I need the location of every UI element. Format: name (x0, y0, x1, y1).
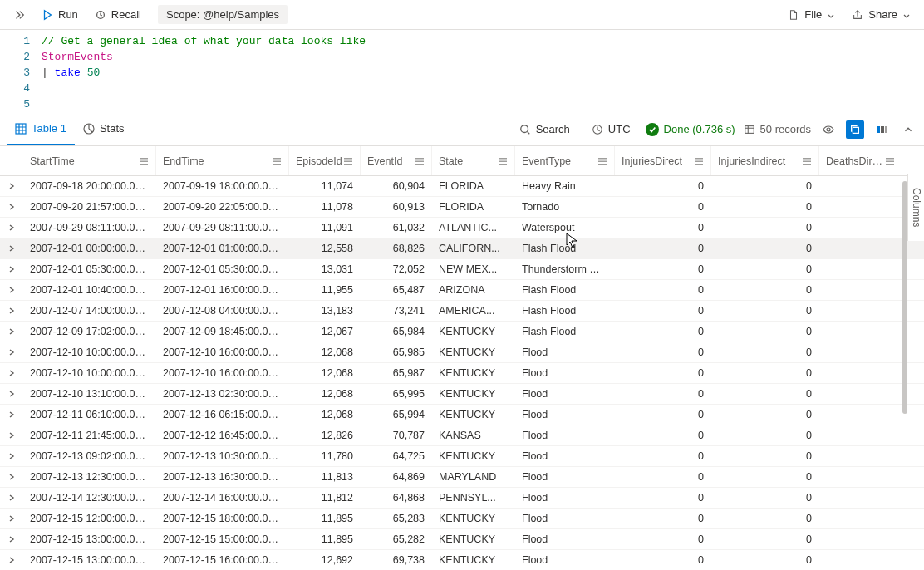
cell[interactable]: 11,812 (289, 492, 361, 504)
cell[interactable]: 2007-12-13 02:30:00.0000 (156, 388, 289, 400)
hide-empty-button[interactable] (819, 120, 838, 139)
cell[interactable]: 0 (711, 388, 819, 400)
cell[interactable]: 11,813 (289, 471, 361, 483)
expand-row-button[interactable] (0, 556, 23, 564)
cell[interactable]: KENTUCKY (432, 326, 515, 337)
column-menu-icon[interactable] (694, 156, 704, 166)
cell[interactable]: 12,692 (289, 554, 361, 566)
column-menu-icon[interactable] (597, 156, 607, 166)
cell[interactable]: 0 (615, 533, 711, 545)
column-header[interactable]: InjuriesIndirect (711, 146, 819, 175)
cell[interactable]: Flood (515, 492, 615, 504)
expand-row-button[interactable] (0, 494, 23, 502)
code-line[interactable] (42, 81, 924, 96)
cell[interactable]: 0 (711, 450, 819, 462)
file-menu[interactable]: File (781, 5, 842, 24)
table-row[interactable]: 2007-12-11 21:45:00.00002007-12-12 16:45… (0, 425, 924, 446)
cell[interactable]: Thunderstorm Wind (515, 263, 615, 275)
cell[interactable]: 2007-12-11 21:45:00.0000 (23, 430, 156, 441)
cell[interactable]: Flood (515, 533, 615, 545)
cell[interactable]: 0 (711, 471, 819, 483)
expand-row-button[interactable] (0, 369, 23, 377)
cell[interactable]: 0 (711, 367, 819, 379)
cell[interactable]: 0 (711, 243, 819, 254)
cell[interactable]: 60,904 (361, 180, 432, 192)
cell[interactable]: 0 (615, 222, 711, 233)
cell[interactable]: KENTUCKY (432, 450, 515, 462)
columns-panel-tab[interactable]: Columns (907, 174, 924, 241)
column-menu-icon[interactable] (139, 156, 149, 166)
cell[interactable]: 13,183 (289, 305, 361, 317)
cell[interactable]: 0 (615, 554, 711, 566)
table-row[interactable]: 2007-12-01 00:00:00.00002007-12-01 01:00… (0, 238, 924, 259)
cell[interactable]: 69,738 (361, 554, 432, 566)
cell[interactable]: 65,282 (361, 533, 432, 545)
cell[interactable]: Flash Flood (515, 326, 615, 337)
cell[interactable]: 2007-12-15 18:00:00.0000 (156, 513, 289, 524)
cell[interactable]: 11,091 (289, 222, 361, 233)
cell[interactable]: 11,955 (289, 284, 361, 296)
table-row[interactable]: 2007-12-13 09:02:00.00002007-12-13 10:30… (0, 446, 924, 467)
cell[interactable]: 0 (711, 222, 819, 233)
cell[interactable]: 2007-12-01 05:30:00.0000 (156, 263, 289, 275)
cell[interactable]: 64,725 (361, 450, 432, 462)
table-row[interactable]: 2007-12-10 10:00:00.00002007-12-10 16:00… (0, 363, 924, 384)
cell[interactable]: 65,994 (361, 409, 432, 420)
column-menu-icon[interactable] (343, 156, 353, 166)
cell[interactable]: 0 (615, 367, 711, 379)
cell[interactable]: KENTUCKY (432, 409, 515, 420)
cell[interactable]: 65,283 (361, 513, 432, 524)
cell[interactable]: 0 (711, 201, 819, 213)
cell[interactable]: 2007-09-20 22:05:00.0000 (156, 201, 289, 213)
table-row[interactable]: 2007-12-10 13:10:00.00002007-12-13 02:30… (0, 384, 924, 405)
table-row[interactable]: 2007-12-15 12:00:00.00002007-12-15 18:00… (0, 509, 924, 529)
cell[interactable]: 0 (711, 533, 819, 545)
cell[interactable]: Flood (515, 513, 615, 524)
cell[interactable]: 2007-09-20 21:57:00.0000 (23, 201, 156, 213)
cell[interactable]: KENTUCKY (432, 554, 515, 566)
cell[interactable]: 13,031 (289, 263, 361, 275)
cell[interactable]: 12,068 (289, 388, 361, 400)
cell[interactable]: Flood (515, 430, 615, 441)
code-line[interactable]: | take 50 (42, 65, 924, 81)
table-body[interactable]: 2007-09-18 20:00:00.00002007-09-19 18:00… (0, 176, 924, 570)
copy-button[interactable] (846, 120, 864, 139)
scope-selector[interactable]: Scope: @help/Samples (158, 5, 288, 24)
cell[interactable]: 0 (615, 430, 711, 441)
tab-table[interactable]: Table 1 (7, 113, 75, 145)
cell[interactable]: Heavy Rain (515, 180, 615, 192)
column-header[interactable]: EventType (515, 146, 615, 175)
table-row[interactable]: 2007-12-10 10:00:00.00002007-12-10 16:00… (0, 342, 924, 363)
cell[interactable]: AMERICA... (432, 305, 515, 317)
cell[interactable]: 2007-12-08 04:00:00.0000 (156, 305, 289, 317)
table-row[interactable]: 2007-12-15 13:00:00.00002007-12-15 16:00… (0, 550, 924, 570)
table-row[interactable]: 2007-12-01 10:40:00.00002007-12-01 16:00… (0, 280, 924, 301)
cell[interactable]: 2007-12-09 17:02:00.0000 (23, 326, 156, 337)
share-menu[interactable]: Share (845, 5, 917, 24)
cell[interactable]: 2007-12-07 14:00:00.0000 (23, 305, 156, 317)
column-menu-icon[interactable] (272, 156, 282, 166)
cell[interactable]: KENTUCKY (432, 346, 515, 358)
code-line[interactable]: StormEvents (42, 49, 924, 65)
cell[interactable]: 2007-09-29 08:11:00.0000 (23, 222, 156, 233)
cell[interactable]: 0 (711, 346, 819, 358)
table-row[interactable]: 2007-12-11 06:10:00.00002007-12-16 06:15… (0, 405, 924, 425)
table-row[interactable]: 2007-12-07 14:00:00.00002007-12-08 04:00… (0, 301, 924, 322)
cell[interactable]: Tornado (515, 201, 615, 213)
cell[interactable]: 68,826 (361, 243, 432, 254)
column-menu-icon[interactable] (885, 156, 895, 166)
expand-row-button[interactable] (0, 265, 23, 273)
cell[interactable]: 73,241 (361, 305, 432, 317)
query-editor[interactable]: 12345 // Get a general idea of what your… (0, 30, 924, 113)
cell[interactable]: 11,895 (289, 533, 361, 545)
expand-row-button[interactable] (0, 244, 23, 253)
cell[interactable]: 70,787 (361, 430, 432, 441)
cell[interactable]: 2007-09-29 08:11:00.0000 (156, 222, 289, 233)
cell[interactable]: Flash Flood (515, 305, 615, 317)
cell[interactable]: 2007-12-10 16:00:00.0000 (156, 346, 289, 358)
cell[interactable]: 2007-12-15 13:00:00.0000 (23, 533, 156, 545)
timezone-button[interactable]: UTC (585, 120, 637, 139)
cell[interactable]: Flash Flood (515, 284, 615, 296)
cell[interactable]: 0 (615, 409, 711, 420)
cell[interactable]: 2007-12-11 06:10:00.0000 (23, 409, 156, 420)
